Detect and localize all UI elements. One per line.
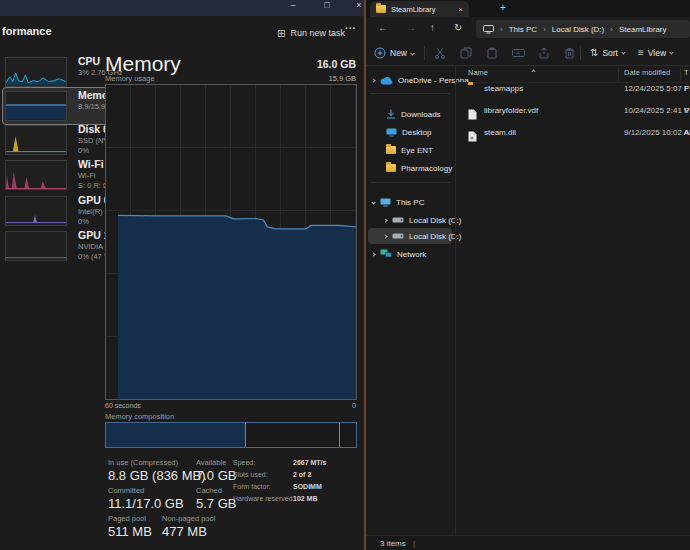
file-name: libraryfolder.vdf bbox=[484, 106, 538, 115]
chevron-right-icon bbox=[371, 252, 375, 256]
composition-standby bbox=[246, 423, 340, 447]
composition-free bbox=[340, 423, 356, 447]
file-date: 10/24/2025 2:41 PM bbox=[624, 106, 690, 115]
page-title: Memory bbox=[105, 52, 181, 76]
file-date: 9/12/2025 10:02 AM bbox=[624, 128, 690, 137]
new-button[interactable]: New bbox=[374, 47, 414, 59]
file-row-libraryfolder[interactable]: libraryfolder.vdf 10/24/2025 2:41 PM V bbox=[456, 102, 690, 122]
sidebar-item-desktop[interactable]: Desktop bbox=[386, 124, 431, 140]
committed-value: 11.1/17.0 GB bbox=[108, 496, 184, 511]
local-disk-d-label: Local Disk (D:) bbox=[409, 232, 461, 241]
nonpaged-value: 477 MB bbox=[162, 524, 207, 539]
chevron-right-icon bbox=[371, 78, 375, 82]
column-header-type[interactable]: T bbox=[684, 68, 689, 77]
file-type: V bbox=[684, 106, 689, 115]
memory-sparkline bbox=[5, 91, 67, 121]
refresh-icon[interactable]: ↻ bbox=[454, 22, 462, 33]
paste-button[interactable] bbox=[486, 47, 498, 59]
drive-icon bbox=[392, 216, 404, 224]
task-manager-titlebar: – □ × bbox=[0, 0, 364, 16]
run-new-task-icon: ⊞ bbox=[277, 28, 285, 39]
address-bar: ← → ↑ ↻ › This PC › Local Disk (D:) › St… bbox=[366, 17, 690, 41]
hwreserved-label: Hardware reserved: bbox=[233, 495, 294, 502]
tab-close-icon[interactable]: × bbox=[458, 5, 463, 14]
memory-composition-label: Memory composition bbox=[105, 412, 174, 421]
downloads-icon bbox=[386, 109, 396, 119]
toolbar-divider bbox=[424, 46, 425, 60]
up-icon[interactable]: ↑ bbox=[430, 22, 435, 33]
nav-divider bbox=[370, 93, 450, 94]
nonpaged-label: Non-paged pool bbox=[162, 514, 215, 523]
chevron-down-icon bbox=[621, 50, 625, 54]
cut-button[interactable] bbox=[434, 47, 446, 59]
sidebar-item-local-disk-c[interactable]: Local Disk (C:) bbox=[384, 212, 461, 228]
local-disk-c-label: Local Disk (C:) bbox=[409, 216, 461, 225]
task-manager-header: formance ⊞ Run new task ... bbox=[0, 16, 364, 48]
performance-tab-label: formance bbox=[2, 25, 52, 37]
explorer-body: OneDrive - Persona Downloads Desktop Eye… bbox=[366, 66, 690, 535]
view-icon: ≡ bbox=[638, 47, 644, 58]
sidebar-item-network[interactable]: Network bbox=[372, 246, 426, 262]
breadcrumb-steamlibrary[interactable]: SteamLibrary bbox=[619, 25, 667, 34]
sidebar-item-pharmacology[interactable]: Pharmacology bbox=[386, 160, 452, 176]
file-name: steamapps bbox=[484, 84, 523, 93]
breadcrumb-local-disk-d[interactable]: Local Disk (D:) bbox=[552, 25, 604, 34]
breadcrumb-this-pc[interactable]: This PC bbox=[509, 25, 537, 34]
item-count: 3 items bbox=[380, 539, 406, 548]
forward-icon[interactable]: → bbox=[406, 22, 416, 33]
run-new-task-label: Run new task bbox=[290, 28, 345, 38]
file-icon bbox=[468, 106, 477, 124]
x-axis-left-label: 60 seconds bbox=[105, 402, 141, 409]
breadcrumb-separator: › bbox=[610, 25, 613, 34]
cpu-sparkline bbox=[5, 57, 67, 87]
memory-ymax-label: 15.9 GB bbox=[328, 74, 356, 83]
rename-button[interactable]: A bbox=[512, 47, 525, 59]
new-tab-button[interactable]: + bbox=[500, 2, 506, 13]
file-explorer-window: SteamLibrary × + ← → ↑ ↻ › This PC › Loc… bbox=[366, 0, 690, 550]
file-row-steam-dll[interactable]: steam.dll 9/12/2025 10:02 AM A bbox=[456, 124, 690, 144]
wifi-sparkline bbox=[5, 160, 67, 190]
x-axis-right-label: 0 bbox=[352, 402, 356, 409]
available-label: Available bbox=[196, 458, 226, 467]
minimize-icon[interactable]: – bbox=[282, 0, 304, 10]
copy-button[interactable] bbox=[460, 47, 472, 59]
column-header-date[interactable]: Date modified bbox=[624, 68, 670, 77]
composition-inuse bbox=[106, 423, 246, 447]
breadcrumb-separator: › bbox=[500, 25, 503, 34]
maximize-icon[interactable]: □ bbox=[316, 0, 338, 10]
sidebar-item-eye-ent[interactable]: Eye ENT bbox=[386, 142, 433, 158]
folder-icon bbox=[386, 164, 396, 172]
chevron-right-icon bbox=[383, 234, 387, 238]
chevron-right-icon bbox=[383, 218, 387, 222]
back-icon[interactable]: ← bbox=[378, 22, 388, 33]
cut-icon bbox=[434, 47, 446, 59]
new-label: New bbox=[390, 48, 407, 58]
formfactor-value: SODIMM bbox=[293, 483, 322, 490]
copy-icon bbox=[460, 47, 472, 59]
sidebar-item-this-pc[interactable]: This PC bbox=[372, 194, 424, 210]
file-row-steamapps[interactable]: steamapps 12/24/2025 5:07 PM F bbox=[456, 80, 690, 100]
chevron-down-icon bbox=[670, 50, 674, 54]
paste-icon bbox=[486, 47, 498, 59]
paged-label: Paged pool bbox=[108, 514, 146, 523]
inuse-label: In use (Compressed) bbox=[108, 458, 178, 467]
sidebar-item-local-disk-d[interactable]: Local Disk (D:) bbox=[384, 228, 461, 244]
file-list: Name Date modified T steamapps 12/24/202… bbox=[456, 66, 690, 535]
run-new-task-button[interactable]: ⊞ Run new task bbox=[277, 24, 345, 42]
toolbar-divider bbox=[580, 46, 581, 60]
formfactor-label: Form factor: bbox=[233, 483, 271, 490]
view-button[interactable]: ≡ View bbox=[638, 47, 673, 58]
tab-title: SteamLibrary bbox=[391, 5, 453, 14]
dll-file-icon bbox=[468, 128, 477, 146]
share-button[interactable] bbox=[538, 47, 550, 59]
breadcrumb[interactable]: › This PC › Local Disk (D:) › SteamLibra… bbox=[476, 20, 690, 38]
sort-button[interactable]: ⇅ Sort bbox=[590, 47, 625, 58]
pharmacology-label: Pharmacology bbox=[401, 164, 452, 173]
column-header-name[interactable]: Name bbox=[468, 68, 488, 77]
delete-button[interactable] bbox=[564, 47, 575, 59]
explorer-tabbar: SteamLibrary × + bbox=[366, 0, 690, 17]
tab-steamlibrary[interactable]: SteamLibrary × bbox=[370, 1, 469, 17]
more-options-button[interactable]: ... bbox=[345, 20, 356, 31]
sidebar-item-downloads[interactable]: Downloads bbox=[386, 106, 441, 122]
explorer-toolbar: New A ⇅ Sort ≡ View bbox=[366, 41, 690, 66]
